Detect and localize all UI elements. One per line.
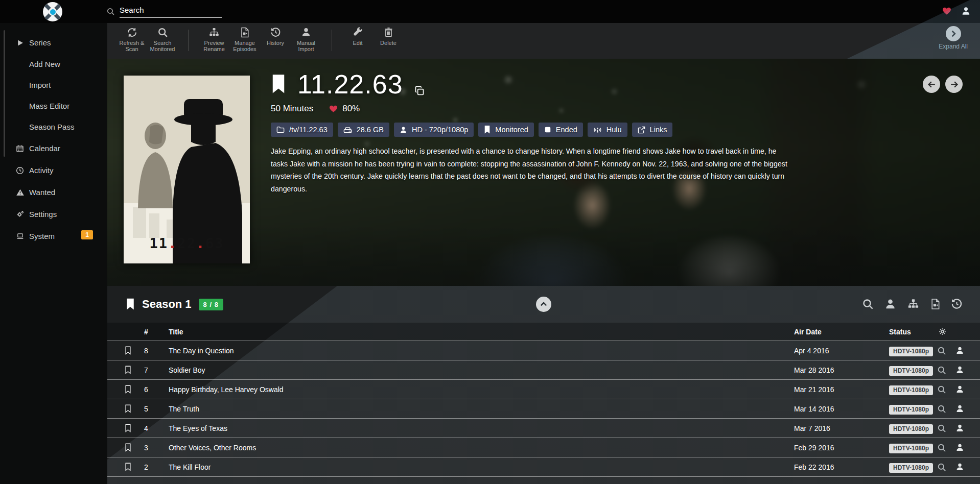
episode-monitor-toggle[interactable] xyxy=(125,424,136,432)
table-row[interactable]: 7 Soldier Boy Mar 28 2016 HDTV-1080p xyxy=(107,360,980,380)
sidebar-item-add-new[interactable]: Add New xyxy=(0,54,107,75)
sidebar-item-mass-editor[interactable]: Mass Editor xyxy=(0,95,107,116)
episode-title[interactable]: The Truth xyxy=(156,405,794,413)
delete-button[interactable]: Delete xyxy=(373,27,404,46)
toolbar-separator xyxy=(188,30,189,51)
person-icon xyxy=(400,126,407,134)
edit-button[interactable]: Edit xyxy=(342,27,373,46)
bookmark-outline-icon xyxy=(125,346,131,355)
episode-interactive-search-icon[interactable] xyxy=(955,463,964,471)
manual-import-button[interactable]: Manual Import xyxy=(291,27,321,52)
episode-monitor-toggle[interactable] xyxy=(125,346,136,355)
ended-badge[interactable]: Ended xyxy=(539,123,583,137)
sonarr-logo-icon[interactable] xyxy=(43,2,62,21)
column-options-gear-icon[interactable] xyxy=(934,327,980,336)
collapse-season-button[interactable] xyxy=(536,297,551,312)
episode-interactive-search-icon[interactable] xyxy=(955,346,964,355)
table-row[interactable]: 3 Other Voices, Other Rooms Feb 29 2016 … xyxy=(107,438,980,457)
size-badge[interactable]: 28.6 GB xyxy=(338,123,389,137)
toolbar-button-label: Refresh & Scan xyxy=(116,40,147,52)
sidebar-item-label: Import xyxy=(29,81,51,89)
episode-interactive-search-icon[interactable] xyxy=(955,443,964,452)
episode-search-icon[interactable] xyxy=(937,463,946,472)
episode-monitor-toggle[interactable] xyxy=(125,443,136,452)
rating-heart-icon xyxy=(329,104,338,113)
season-search-icon[interactable] xyxy=(862,298,874,310)
episode-title[interactable]: The Kill Floor xyxy=(156,463,794,471)
episode-search-icon[interactable] xyxy=(937,346,946,355)
links-badge[interactable]: Links xyxy=(632,123,673,137)
episode-search-icon[interactable] xyxy=(937,443,946,452)
arrow-left-icon xyxy=(927,80,936,89)
monitored-bookmark-icon[interactable] xyxy=(271,74,286,95)
episode-search-icon[interactable] xyxy=(937,385,946,394)
series-overview: Jake Epping, an ordinary high school tea… xyxy=(271,145,788,195)
sidebar-item-label: System xyxy=(29,232,55,240)
episode-monitor-toggle[interactable] xyxy=(125,366,136,374)
series-title: 11.22.63 xyxy=(297,69,403,100)
expand-all-button[interactable]: Expand All xyxy=(939,26,968,50)
season-history-icon[interactable] xyxy=(951,298,963,310)
sidebar-item-series[interactable]: Series xyxy=(0,32,107,54)
episode-search-icon[interactable] xyxy=(937,366,946,375)
preview-rename-button[interactable]: Preview Rename xyxy=(199,27,229,52)
sidebar-item-import[interactable]: Import xyxy=(0,75,107,95)
copy-icon[interactable] xyxy=(414,86,425,96)
donate-heart-icon[interactable] xyxy=(942,6,952,16)
bookmark-icon xyxy=(484,126,491,134)
episode-monitor-toggle[interactable] xyxy=(125,385,136,394)
history-button[interactable]: History xyxy=(260,27,291,46)
season-interactive-search-icon[interactable] xyxy=(884,298,896,310)
episode-interactive-search-icon[interactable] xyxy=(955,424,964,432)
episode-search-icon[interactable] xyxy=(937,424,946,433)
monitored-badge[interactable]: Monitored xyxy=(478,123,533,137)
path-badge[interactable]: /tv/11.22.63 xyxy=(271,123,333,137)
gears-icon xyxy=(15,210,25,219)
column-status[interactable]: Status xyxy=(878,328,934,336)
manage-episodes-button[interactable]: Manage Episodes xyxy=(229,27,260,52)
table-row[interactable]: 2 The Kill Floor Feb 22 2016 HDTV-1080p xyxy=(107,457,980,477)
bookmark-outline-icon xyxy=(125,424,131,432)
sidebar-item-settings[interactable]: Settings xyxy=(0,203,107,225)
bookmark-icon[interactable] xyxy=(126,298,135,310)
episode-interactive-search-icon[interactable] xyxy=(955,404,964,413)
quality-profile-badge[interactable]: HD - 720p/1080p xyxy=(394,123,474,137)
network-badge[interactable]: Hulu xyxy=(588,123,627,137)
table-row[interactable]: 8 The Day in Question Apr 4 2016 HDTV-10… xyxy=(107,341,980,360)
user-icon[interactable] xyxy=(961,6,971,16)
search-input[interactable] xyxy=(120,5,222,18)
episode-title[interactable]: Soldier Boy xyxy=(156,366,794,374)
sidebar-item-wanted[interactable]: Wanted xyxy=(0,181,107,203)
episode-monitor-toggle[interactable] xyxy=(125,463,136,471)
episode-monitor-toggle[interactable] xyxy=(125,404,136,413)
sidebar-item-label: Add New xyxy=(29,60,60,68)
season-file-info-icon[interactable] xyxy=(930,298,940,310)
sidebar-item-label: Mass Editor xyxy=(29,102,69,110)
sidebar-item-calendar[interactable]: Calendar xyxy=(0,137,107,159)
previous-series-button[interactable] xyxy=(923,76,940,93)
episode-title[interactable]: The Day in Question xyxy=(156,347,794,355)
table-row[interactable]: 5 The Truth Mar 14 2016 HDTV-1080p xyxy=(107,399,980,419)
season-rename-icon[interactable] xyxy=(907,298,920,309)
episode-title[interactable]: Happy Birthday, Lee Harvey Oswald xyxy=(156,385,794,394)
episode-interactive-search-icon[interactable] xyxy=(955,366,964,374)
sidebar-item-season-pass[interactable]: Season Pass xyxy=(0,116,107,137)
sidebar-item-system[interactable]: System 1 xyxy=(0,225,107,247)
sidebar-item-activity[interactable]: Activity xyxy=(0,159,107,181)
search-monitored-button[interactable]: Search Monitored xyxy=(147,27,178,52)
chevron-right-icon xyxy=(946,26,961,41)
episode-title[interactable]: The Eyes of Texas xyxy=(156,424,794,432)
table-row[interactable]: 4 The Eyes of Texas Mar 7 2016 HDTV-1080… xyxy=(107,419,980,438)
refresh-scan-button[interactable]: Refresh & Scan xyxy=(116,27,147,52)
system-health-badge: 1 xyxy=(81,230,93,239)
column-title[interactable]: Title xyxy=(156,328,794,336)
column-air-date[interactable]: Air Date xyxy=(794,328,878,336)
next-series-button[interactable] xyxy=(945,76,963,93)
episode-title[interactable]: Other Voices, Other Rooms xyxy=(156,444,794,452)
episode-air-date: Mar 21 2016 xyxy=(794,385,878,394)
episode-interactive-search-icon[interactable] xyxy=(955,385,964,394)
table-row[interactable]: 6 Happy Birthday, Lee Harvey Oswald Mar … xyxy=(107,380,980,399)
column-number[interactable]: # xyxy=(136,328,156,336)
episode-number: 5 xyxy=(136,405,156,413)
episode-search-icon[interactable] xyxy=(937,404,946,414)
